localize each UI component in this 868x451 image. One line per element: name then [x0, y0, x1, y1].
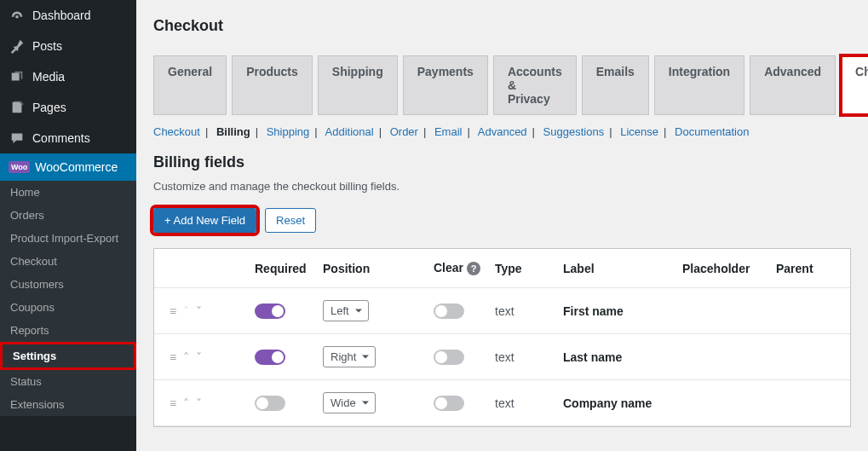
sidebar-item-pages[interactable]: Pages	[0, 92, 136, 123]
col-parent: Parent	[776, 262, 844, 275]
fields-table: Required Position Clear? Type Label Plac…	[153, 248, 851, 427]
tab-payments[interactable]: Payments	[403, 55, 488, 115]
sub-item-settings[interactable]: Settings	[0, 342, 136, 370]
type-cell: text	[495, 304, 563, 318]
sidebar-item-posts[interactable]: Posts	[0, 31, 136, 61]
sidebar-item-label: Comments	[32, 131, 90, 145]
pages-icon	[9, 99, 26, 116]
move-up-icon[interactable]: ˄	[183, 350, 189, 364]
sidebar-item-label: WooCommerce	[35, 160, 118, 174]
table-row: ≡ ˄ ˅ Wide text Company name	[154, 380, 850, 426]
sub-item-reports[interactable]: Reports	[0, 319, 136, 342]
sidebar-item-label: Media	[32, 70, 65, 84]
dashboard-icon	[9, 7, 26, 24]
table-row: ≡ ˄ ˅ Right text Last name	[154, 334, 850, 380]
add-new-field-button[interactable]: + Add New Field	[153, 208, 256, 233]
label-cell: Last name	[563, 350, 682, 364]
label-cell: First name	[563, 304, 682, 318]
section-desc: Customize and manage the checkout billin…	[153, 180, 851, 193]
sub-item-customers[interactable]: Customers	[0, 273, 136, 296]
svg-point-0	[15, 15, 19, 19]
required-toggle[interactable]	[255, 304, 285, 319]
subnav-checkout[interactable]: Checkout	[153, 125, 200, 138]
required-toggle[interactable]	[255, 396, 285, 411]
tab-products[interactable]: Products	[232, 55, 313, 115]
move-up-icon: ˄	[183, 304, 189, 318]
reset-button[interactable]: Reset	[265, 208, 316, 233]
table-row: ≡ ˄ ˅ Left text First name	[154, 288, 850, 334]
sub-item-extensions[interactable]: Extensions	[0, 393, 136, 416]
sidebar-item-media[interactable]: Media	[0, 61, 136, 92]
type-cell: text	[495, 396, 563, 410]
subnav-documentation[interactable]: Documentation	[675, 125, 749, 138]
type-cell: text	[495, 350, 563, 364]
label-cell: Company name	[563, 396, 682, 410]
main-content: Checkout General Products Shipping Payme…	[136, 0, 868, 451]
sidebar-item-label: Posts	[32, 39, 62, 53]
position-select[interactable]: Wide	[323, 392, 376, 413]
position-select[interactable]: Left	[323, 300, 369, 321]
help-icon[interactable]: ?	[467, 262, 480, 275]
tab-advanced[interactable]: Advanced	[750, 55, 836, 115]
subnav-advanced[interactable]: Advanced	[478, 125, 527, 138]
col-label: Label	[563, 262, 682, 275]
tab-general[interactable]: General	[153, 55, 227, 115]
subnav-shipping[interactable]: Shipping	[267, 125, 310, 138]
col-required: Required	[255, 262, 323, 275]
required-toggle[interactable]	[255, 350, 285, 365]
move-down-icon[interactable]: ˅	[196, 396, 202, 410]
subnav-additional[interactable]: Additional	[325, 125, 374, 138]
col-clear: Clear?	[434, 261, 495, 275]
media-icon	[9, 68, 26, 85]
pin-icon	[9, 38, 26, 55]
action-row: + Add New Field Reset	[153, 208, 851, 233]
woocommerce-badge-icon: Woo	[9, 161, 30, 173]
clear-toggle[interactable]	[434, 304, 464, 319]
position-select[interactable]: Right	[323, 346, 376, 367]
sidebar-item-dashboard[interactable]: Dashboard	[0, 0, 136, 31]
drag-handle-icon[interactable]: ≡	[170, 396, 176, 410]
subnav-order[interactable]: Order	[390, 125, 418, 138]
sub-item-orders[interactable]: Orders	[0, 204, 136, 227]
section-title: Billing fields	[153, 153, 851, 171]
sidebar-item-label: Dashboard	[32, 9, 91, 22]
settings-tabs: General Products Shipping Payments Accou…	[153, 55, 851, 115]
subnav-billing[interactable]: Billing	[216, 125, 250, 138]
sub-item-status[interactable]: Status	[0, 370, 136, 393]
clear-toggle[interactable]	[434, 396, 464, 411]
subnav-suggestions[interactable]: Suggestions	[543, 125, 605, 138]
col-placeholder: Placeholder	[682, 262, 776, 275]
subnav-license[interactable]: License	[620, 125, 658, 138]
sidebar-item-comments[interactable]: Comments	[0, 123, 136, 153]
col-type: Type	[495, 262, 563, 275]
settings-subnav: Checkout| Billing| Shipping| Additional|…	[153, 125, 851, 138]
move-up-icon[interactable]: ˄	[183, 396, 189, 410]
drag-handle-icon[interactable]: ≡	[170, 350, 176, 364]
tab-checkout[interactable]: Checkout	[841, 55, 868, 115]
tab-accounts-privacy[interactable]: Accounts & Privacy	[493, 55, 577, 115]
sidebar-item-woocommerce[interactable]: Woo WooCommerce	[0, 153, 136, 181]
move-down-icon[interactable]: ˅	[196, 304, 202, 318]
sub-item-coupons[interactable]: Coupons	[0, 296, 136, 319]
tab-integration[interactable]: Integration	[654, 55, 744, 115]
sidebar-submenu: Home Orders Product Import-Export Checko…	[0, 181, 136, 416]
page-title: Checkout	[153, 9, 851, 55]
tab-emails[interactable]: Emails	[582, 55, 649, 115]
sub-item-home[interactable]: Home	[0, 181, 136, 204]
sub-item-checkout[interactable]: Checkout	[0, 250, 136, 273]
sidebar-item-label: Pages	[32, 101, 66, 114]
col-position: Position	[323, 262, 434, 275]
sub-item-product-import-export[interactable]: Product Import-Export	[0, 227, 136, 250]
comments-icon	[9, 130, 26, 147]
clear-toggle[interactable]	[434, 350, 464, 365]
drag-handle-icon[interactable]: ≡	[170, 304, 176, 318]
table-header: Required Position Clear? Type Label Plac…	[154, 249, 850, 288]
move-down-icon[interactable]: ˅	[196, 350, 202, 364]
tab-shipping[interactable]: Shipping	[318, 55, 398, 115]
subnav-email[interactable]: Email	[434, 125, 463, 138]
admin-sidebar: Dashboard Posts Media Pages Comments Woo…	[0, 0, 136, 451]
